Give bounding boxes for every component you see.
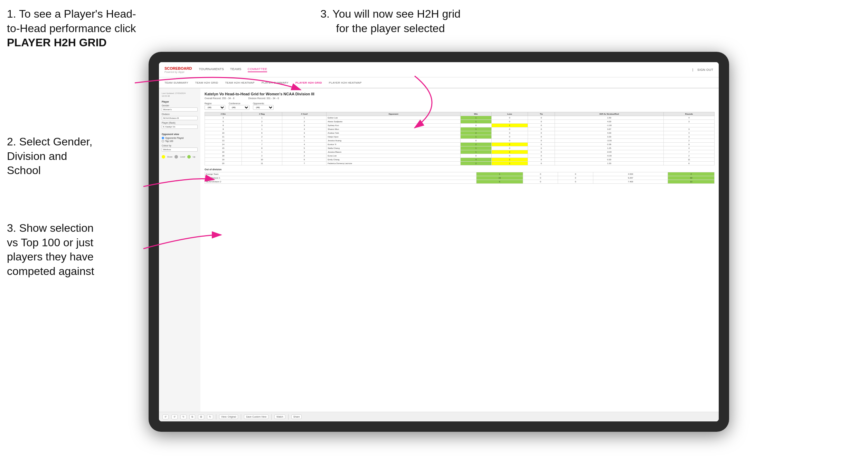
gender-label: Gender	[162, 104, 198, 107]
table-row: 5 2 2 Alexis Sudjianto 1 0 0 4.00 3	[205, 120, 715, 124]
player-rank-select[interactable]: 8. Katelyn Vo	[162, 125, 198, 129]
instructions-bottom-left: 3. Show selection vs Top 100 or just pla…	[7, 221, 138, 278]
last-updated: Last Updated: 27/03/2024 16:55:38	[162, 92, 198, 98]
filter-row: Region (All) Conference (All) Opponen	[205, 102, 715, 110]
sign-out-link[interactable]: Sign out	[697, 68, 713, 72]
radio-top100[interactable]: Top 100	[162, 140, 198, 142]
view-original-button[interactable]: View: Original	[219, 414, 238, 419]
main-content: Last Updated: 27/03/2024 16:55:38 Player…	[159, 88, 719, 412]
table-row: 16 1 3 Jessica Mason 1 2 0 -0.94 7	[205, 150, 715, 154]
save-custom-view-button[interactable]: Save Custom View	[244, 414, 268, 419]
player-section-title: Player	[162, 101, 198, 103]
copy-button[interactable]: ⧉	[189, 414, 195, 419]
filter-group-opponent: Opponents: (All)	[253, 102, 274, 110]
instructions-top-left: 1. To see a Player's Head- to-Head perfo…	[7, 7, 138, 50]
division-select[interactable]: NCAA Division III	[162, 116, 198, 120]
sub-nav: TEAM SUMMARY TEAM H2H GRID TEAM H2H HEAT…	[159, 77, 719, 88]
redo-button[interactable]: ↻	[180, 414, 187, 419]
table-row: 20 11 7 Federica Domecq Lacroze 2 1 0 1.…	[205, 162, 715, 165]
sub-nav-team-h2h-grid[interactable]: TEAM H2H GRID	[195, 81, 218, 84]
sidebar: Last Updated: 27/03/2024 16:55:38 Player…	[159, 88, 200, 412]
out-of-division-label: Out of division	[205, 168, 715, 171]
opponent-view-radio-group: Opponents Played Top 100	[162, 137, 198, 142]
grid-title: Katelyn Vo Head-to-Head Grid for Women's…	[205, 92, 715, 96]
h2h-table: # Div # Reg # Conf Opponent Win Loss Tie…	[205, 112, 715, 165]
sub-nav-player-h2h-heatmap[interactable]: PLAYER H2H HEATMAP	[329, 81, 362, 84]
conference-filter-select[interactable]: (All)	[229, 105, 249, 110]
nav-separator: |	[692, 68, 693, 72]
toolbar-separator-1	[216, 414, 216, 420]
radio-opponents-played[interactable]: Opponents Played	[162, 137, 198, 139]
nav-bar: SCOREBOARD Powered by clippd TOURNAMENTS…	[159, 62, 719, 77]
table-row: 3 1 1 Esther Lee 1 0 0 1.50 4	[205, 116, 715, 120]
nav-link-teams[interactable]: TEAMS	[230, 67, 242, 72]
table-row: 9 1 4 Sharon Mun 1 0 0 3.67 3	[205, 127, 715, 131]
ood-table-row: NCAA Division 2 5 0 0 7.400 10	[205, 180, 715, 184]
nav-link-committee[interactable]: COMMITTEE	[248, 67, 267, 72]
sub-nav-team-summary[interactable]: TEAM SUMMARY	[164, 81, 188, 84]
legend-up-dot	[187, 155, 191, 159]
tablet-device: SCOREBOARD Powered by clippd TOURNAMENTS…	[149, 52, 729, 432]
nav-link-tournaments[interactable]: TOURNAMENTS	[199, 67, 224, 72]
toolbar-separator-2	[241, 414, 241, 420]
opponent-filter-select[interactable]: (All)	[253, 105, 274, 110]
toolbar-separator-3	[271, 414, 272, 420]
table-row: 15 8 5 Stella Cheng 1 0 0 1.25 4	[205, 146, 715, 150]
table-row: 10 6 3 Andrea York 2 0 0 4.00 4	[205, 131, 715, 135]
instruction-1-text: 1. To see a Player's Head- to-Head perfo…	[7, 8, 136, 49]
table-row: 13 1 1 Jessica Huang 0 0 0 -3.00 2	[205, 139, 715, 143]
ood-table-row: NAIA Division 1 15 0 0 9.267 30	[205, 176, 715, 180]
player-rank-label: Player (Rank)	[162, 122, 198, 124]
nav-right: | Sign out	[692, 68, 713, 72]
table-row: 19 10 6 Emily Chang 4 1 0 0.30 11	[205, 158, 715, 162]
instructions-mid-left: 2. Select Gender, Division and School	[7, 135, 138, 178]
grid-subtitle: Overall Record: 353 - 34 - 6 Division Re…	[205, 97, 715, 99]
ood-table-row: Foreign Team 1 0 0 4.500 2	[205, 172, 715, 176]
toolbar-separator-4	[288, 414, 289, 420]
sub-nav-team-h2h-heatmap[interactable]: TEAM H2H HEATMAP	[225, 81, 255, 84]
table-row: 18 2 2 Euna Lee 0 0 0 -5.00 2	[205, 154, 715, 158]
undo-button[interactable]: ↺	[162, 414, 169, 419]
out-of-division-table: Foreign Team 1 0 0 4.500 2 NAIA Division…	[205, 172, 715, 184]
refresh-button[interactable]: ↻	[207, 414, 213, 419]
table-row: 6 3 3 Sydney Kuo 0 1 0 -1.00	[205, 124, 715, 127]
share-button[interactable]: Share	[291, 414, 302, 419]
opponent-view-title: Opponent view	[162, 133, 198, 135]
gender-select[interactable]: Women's	[162, 107, 198, 112]
undo2-button[interactable]: ↺	[171, 414, 178, 419]
table-header-row: # Div # Reg # Conf Opponent Win Loss Tie…	[205, 112, 715, 116]
paste-button[interactable]: ⊞	[198, 414, 204, 419]
legend-level-dot	[174, 155, 178, 159]
nav-links: TOURNAMENTS TEAMS COMMITTEE	[199, 67, 692, 72]
sub-nav-player-h2h-grid[interactable]: PLAYER H2H GRID	[295, 81, 322, 84]
division-label: Division	[162, 113, 198, 115]
color-legend: Down Level Up	[162, 155, 198, 159]
colour-by-select[interactable]: Win/loss	[162, 147, 198, 152]
tablet-screen: SCOREBOARD Powered by clippd TOURNAMENTS…	[159, 62, 719, 421]
watch-button[interactable]: Watch	[274, 414, 285, 419]
filter-group-conference: Conference (All)	[229, 102, 249, 110]
grid-content: Katelyn Vo Head-to-Head Grid for Women's…	[200, 88, 719, 412]
table-row: 14 7 4 Eunice Yi 2 2 0 0.38 9	[205, 143, 715, 146]
table-row: 11 2 5 Heejo Hyun 1 0 0 3.33 3	[205, 135, 715, 139]
legend-down-dot	[162, 155, 165, 159]
sub-nav-player-summary[interactable]: PLAYER SUMMARY	[262, 81, 289, 84]
nav-logo: SCOREBOARD Powered by clippd	[164, 66, 192, 73]
colour-by-label: Colour by	[162, 144, 198, 147]
filter-group-region: Region (All)	[205, 102, 225, 110]
toolbar: ↺ ↺ ↻ ⧉ ⊞ ↻ View: Original Save Custom V…	[159, 412, 719, 421]
region-filter-select[interactable]: (All)	[205, 105, 225, 110]
instructions-top-right: 3. You will now see H2H grid for the pla…	[304, 7, 477, 36]
